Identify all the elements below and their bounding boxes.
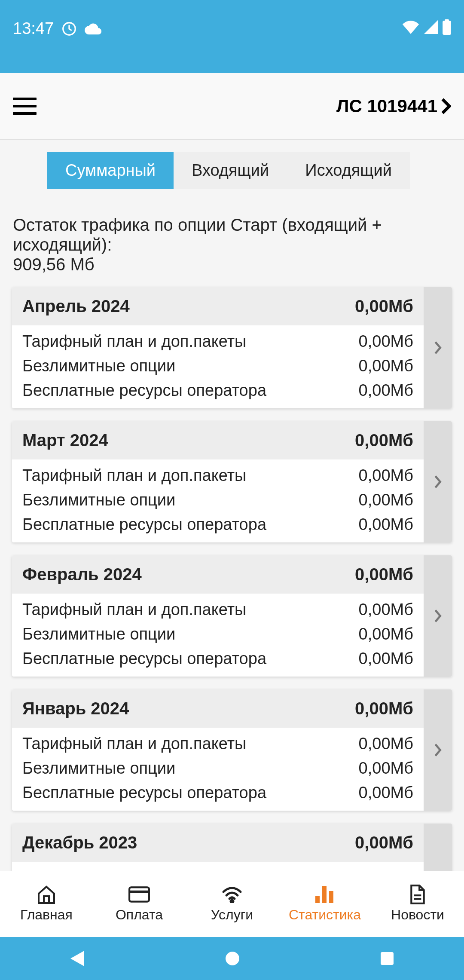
status-time: 13:47 xyxy=(13,19,54,38)
chevron-right-icon xyxy=(433,475,442,489)
usage-row-free: Бесплатные ресурсы оператора 0,00Мб xyxy=(22,515,413,534)
wifi-services-icon xyxy=(221,885,243,903)
chevron-right-icon xyxy=(441,98,451,115)
nav-news[interactable]: Новости xyxy=(371,871,464,937)
remaining-traffic-info: Остаток трафика по опции Старт (входящий… xyxy=(0,189,464,287)
bottom-nav: Главная Оплата Услуги Статистика Новости xyxy=(0,871,464,937)
home-icon xyxy=(36,885,57,903)
card-expand-button[interactable] xyxy=(424,421,452,542)
monthly-usage-card[interactable]: Март 2024 0,00Мб Тарифный план и доп.пак… xyxy=(12,421,452,542)
remaining-traffic-label: Остаток трафика по опции Старт (входящий… xyxy=(13,215,451,254)
usage-row-unlimited: Безлимитные опции 0,00Мб xyxy=(22,491,413,509)
monthly-usage-list: Апрель 2024 0,00Мб Тарифный план и доп.п… xyxy=(0,287,464,945)
news-icon xyxy=(407,885,428,903)
usage-row-unlimited: Безлимитные опции 0,00Мб xyxy=(22,759,413,778)
signal-icon xyxy=(424,20,438,34)
sys-recent-button[interactable] xyxy=(381,952,394,965)
nav-home[interactable]: Главная xyxy=(0,871,93,937)
nav-payment-label: Оплата xyxy=(116,907,163,923)
account-selector[interactable]: ЛС 1019441 xyxy=(336,96,451,116)
sync-icon xyxy=(61,21,77,37)
card-icon xyxy=(128,885,150,903)
tab-outgoing[interactable]: Исходящий xyxy=(287,152,410,189)
month-total: 0,00Мб xyxy=(355,699,413,718)
app-header: ЛС 1019441 xyxy=(0,73,464,140)
row-value: 0,00Мб xyxy=(359,357,413,375)
row-value: 0,00Мб xyxy=(359,759,413,778)
usage-row-unlimited: Безлимитные опции 0,00Мб xyxy=(22,625,413,643)
nav-services-label: Услуги xyxy=(211,907,253,923)
svg-rect-7 xyxy=(322,886,327,903)
month-title: Март 2024 xyxy=(22,431,108,450)
chevron-right-icon xyxy=(433,609,442,623)
row-value: 0,00Мб xyxy=(359,735,413,753)
status-right-icons xyxy=(402,19,451,35)
row-label: Бесплатные ресурсы оператора xyxy=(22,515,266,534)
nav-home-label: Главная xyxy=(20,907,73,923)
usage-row-tariff: Тарифный план и доп.пакеты 0,00Мб xyxy=(22,466,413,485)
month-title: Апрель 2024 xyxy=(22,297,130,316)
usage-row-tariff: Тарифный план и доп.пакеты 0,00Мб xyxy=(22,600,413,619)
card-expand-button[interactable] xyxy=(424,689,452,811)
row-value: 0,00Мб xyxy=(359,466,413,485)
row-value: 0,00Мб xyxy=(359,784,413,802)
tab-incoming[interactable]: Входящий xyxy=(174,152,287,189)
monthly-usage-card[interactable]: Апрель 2024 0,00Мб Тарифный план и доп.п… xyxy=(12,287,452,408)
battery-icon xyxy=(443,19,451,35)
month-title: Январь 2024 xyxy=(22,699,129,718)
card-expand-button[interactable] xyxy=(424,287,452,408)
nav-payment[interactable]: Оплата xyxy=(93,871,186,937)
stats-icon xyxy=(314,885,336,903)
traffic-direction-tabs: Суммарный Входящий Исходящий xyxy=(47,152,464,189)
wifi-icon xyxy=(402,20,419,34)
svg-rect-2 xyxy=(445,19,449,21)
nav-services[interactable]: Услуги xyxy=(186,871,278,937)
row-value: 0,00Мб xyxy=(359,625,413,643)
row-label: Бесплатные ресурсы оператора xyxy=(22,649,266,668)
usage-row-tariff: Тарифный план и доп.пакеты 0,00Мб xyxy=(22,735,413,753)
month-title: Февраль 2024 xyxy=(22,565,142,584)
nav-news-label: Новости xyxy=(391,907,444,923)
account-label: ЛС 1019441 xyxy=(336,96,437,116)
row-value: 0,00Мб xyxy=(359,649,413,668)
svg-point-11 xyxy=(226,952,239,965)
row-label: Тарифный план и доп.пакеты xyxy=(22,600,246,619)
usage-row-free: Бесплатные ресурсы оператора 0,00Мб xyxy=(22,649,413,668)
month-total: 0,00Мб xyxy=(355,297,413,316)
svg-rect-12 xyxy=(381,952,394,965)
card-expand-button[interactable] xyxy=(424,555,452,677)
tab-summary[interactable]: Суммарный xyxy=(47,152,174,189)
sys-home-button[interactable] xyxy=(226,952,239,965)
monthly-usage-card[interactable]: Февраль 2024 0,00Мб Тарифный план и доп.… xyxy=(12,555,452,677)
row-label: Тарифный план и доп.пакеты xyxy=(22,735,246,753)
menu-button[interactable] xyxy=(13,98,37,115)
row-value: 0,00Мб xyxy=(359,381,413,400)
row-label: Тарифный план и доп.пакеты xyxy=(22,332,246,351)
usage-row-free: Бесплатные ресурсы оператора 0,00Мб xyxy=(22,784,413,802)
nav-stats-label: Статистика xyxy=(289,907,361,923)
nav-stats[interactable]: Статистика xyxy=(278,871,371,937)
row-label: Бесплатные ресурсы оператора xyxy=(22,784,266,802)
row-value: 0,00Мб xyxy=(359,332,413,351)
row-label: Безлимитные опции xyxy=(22,491,175,509)
sys-back-button[interactable] xyxy=(70,951,84,966)
row-value: 0,00Мб xyxy=(359,600,413,619)
row-label: Безлимитные опции xyxy=(22,625,175,643)
svg-rect-1 xyxy=(443,21,451,35)
month-total: 0,00Мб xyxy=(355,565,413,584)
row-label: Безлимитные опции xyxy=(22,357,175,375)
svg-point-5 xyxy=(231,900,233,903)
chevron-right-icon xyxy=(433,340,442,355)
cloud-icon xyxy=(85,22,102,35)
status-bar: 13:47 xyxy=(0,0,464,73)
row-label: Бесплатные ресурсы оператора xyxy=(22,381,266,400)
month-total: 0,00Мб xyxy=(355,431,413,450)
svg-rect-8 xyxy=(329,891,333,903)
system-nav xyxy=(0,937,464,980)
row-value: 0,00Мб xyxy=(359,491,413,509)
usage-row-free: Бесплатные ресурсы оператора 0,00Мб xyxy=(22,381,413,400)
row-label: Тарифный план и доп.пакеты xyxy=(22,466,246,485)
row-value: 0,00Мб xyxy=(359,515,413,534)
monthly-usage-card[interactable]: Январь 2024 0,00Мб Тарифный план и доп.п… xyxy=(12,689,452,811)
remaining-traffic-value: 909,56 Мб xyxy=(13,254,451,274)
